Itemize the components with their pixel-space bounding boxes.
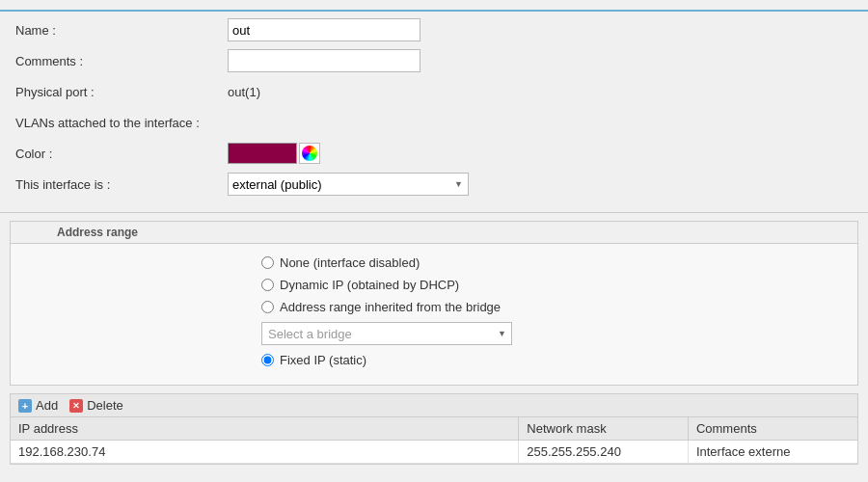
- radio-bridge-label: Address range inherited from the bridge: [280, 300, 501, 314]
- col-header-mask: Network mask: [519, 417, 689, 441]
- interface-type-control: external (public) internal DMZ undefined: [228, 173, 469, 196]
- vlans-label: VLANs attached to the interface :: [15, 116, 228, 130]
- bridge-select[interactable]: Select a bridge: [261, 322, 512, 345]
- divider: [0, 212, 868, 213]
- bridge-select-wrapper: Select a bridge: [261, 322, 512, 345]
- radio-fixed[interactable]: [261, 354, 274, 366]
- interface-type-label: This interface is :: [15, 177, 228, 192]
- comments-label: Comments :: [15, 54, 228, 68]
- name-input[interactable]: [228, 18, 420, 41]
- vlans-row: VLANs attached to the interface :: [15, 110, 853, 135]
- name-control: [228, 18, 420, 41]
- table-row: 192.168.230.74 255.255.255.240 Interface…: [11, 441, 857, 464]
- table-header-row: IP address Network mask Comments: [11, 417, 857, 441]
- color-label: Color :: [15, 147, 228, 161]
- main-container: Name : Comments : Physical port : out(1)…: [0, 0, 868, 465]
- address-range-inner: None (interface disabled) Dynamic IP (ob…: [11, 244, 857, 375]
- physical-port-text: out(1): [228, 85, 260, 99]
- ip-table: IP address Network mask Comments 192.168…: [11, 417, 857, 464]
- radio-fixed-label: Fixed IP (static): [280, 353, 366, 367]
- comments-control: [228, 49, 420, 72]
- section-title-text: Address range: [57, 226, 138, 239]
- interface-type-select-wrapper: external (public) internal DMZ undefined: [228, 173, 469, 196]
- radio-none-label: None (interface disabled): [280, 255, 420, 270]
- add-button[interactable]: + Add: [18, 398, 58, 413]
- interface-type-select[interactable]: external (public) internal DMZ undefined: [228, 173, 469, 196]
- cell-mask: 255.255.255.240: [519, 441, 689, 464]
- radio-bridge[interactable]: [261, 301, 274, 313]
- physical-port-row: Physical port : out(1): [15, 79, 853, 104]
- ip-table-toolbar: + Add ✕ Delete: [11, 394, 857, 417]
- physical-port-label: Physical port :: [15, 85, 228, 99]
- add-icon: +: [18, 399, 32, 413]
- name-row: Name :: [15, 17, 853, 42]
- col-header-comments: Comments: [688, 417, 857, 441]
- physical-port-value: out(1): [228, 85, 260, 99]
- address-range-section: Address range None (interface disabled) …: [10, 221, 858, 386]
- radio-bridge-row: Address range inherited from the bridge: [261, 300, 501, 314]
- color-picker-button[interactable]: [299, 143, 320, 164]
- comments-input[interactable]: [228, 49, 420, 72]
- interface-type-row: This interface is : external (public) in…: [15, 172, 853, 197]
- name-label: Name :: [15, 23, 228, 38]
- delete-button[interactable]: ✕ Delete: [69, 398, 123, 413]
- color-wheel-icon: [302, 146, 317, 161]
- radio-dhcp[interactable]: [261, 279, 274, 291]
- delete-icon: ✕: [69, 399, 83, 413]
- form-section: Name : Comments : Physical port : out(1)…: [0, 12, 868, 208]
- col-header-ip: IP address: [11, 417, 519, 441]
- color-row: Color :: [15, 141, 853, 166]
- cell-comments: Interface externe: [688, 441, 857, 464]
- color-control: [228, 143, 320, 164]
- radio-dhcp-label: Dynamic IP (obtained by DHCP): [280, 278, 459, 292]
- radio-none-row: None (interface disabled): [261, 255, 420, 270]
- section-title: Address range: [11, 222, 857, 244]
- ip-table-body: 192.168.230.74 255.255.255.240 Interface…: [11, 441, 857, 464]
- radio-dhcp-row: Dynamic IP (obtained by DHCP): [261, 278, 459, 292]
- ip-table-section: + Add ✕ Delete IP address Network mask C…: [10, 393, 858, 465]
- radio-none[interactable]: [261, 256, 274, 269]
- delete-label: Delete: [87, 398, 123, 413]
- cell-ip: 192.168.230.74: [11, 441, 519, 464]
- add-label: Add: [36, 398, 58, 413]
- radio-fixed-row: Fixed IP (static): [261, 353, 366, 367]
- comments-row: Comments :: [15, 48, 853, 73]
- color-swatch[interactable]: [228, 143, 297, 164]
